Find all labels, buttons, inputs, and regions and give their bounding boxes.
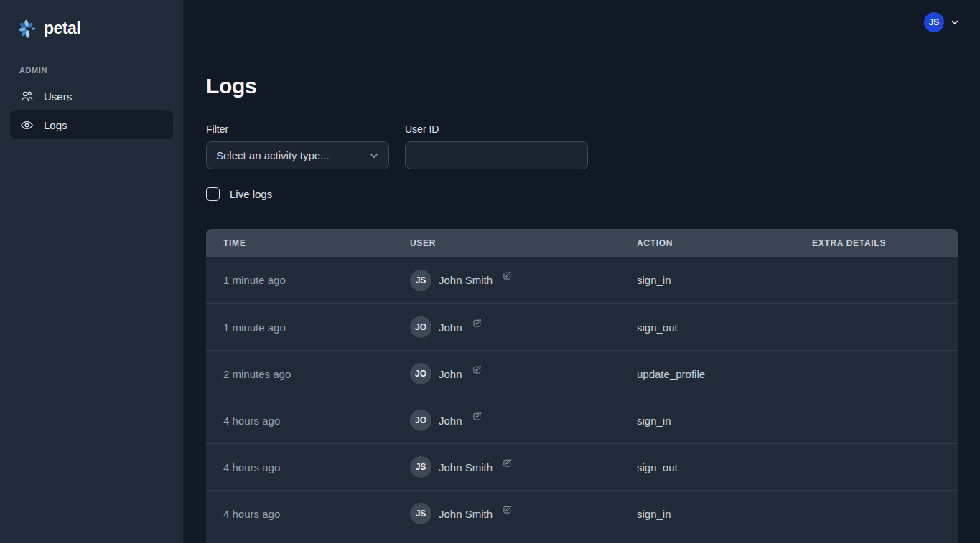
user-name: John <box>439 368 462 380</box>
logs-table: TimeUserActionExtra details 1 minute ago… <box>206 229 958 543</box>
column-header: Action <box>620 238 795 248</box>
log-action: sign_in <box>620 508 795 520</box>
live-logs-checkbox[interactable] <box>206 187 220 201</box>
select-placeholder: Select an activity type... <box>216 149 330 161</box>
log-time: 2 minutes ago <box>206 368 393 380</box>
content: Logs Filter Select an activity type... U… <box>183 44 980 543</box>
filter-label: Filter <box>206 123 389 135</box>
user-name: John <box>439 321 462 334</box>
column-header: Extra details <box>795 238 958 248</box>
log-user-cell: JS John Smith <box>393 456 620 478</box>
log-action: sign_in <box>620 274 795 286</box>
eye-icon <box>20 118 34 132</box>
log-user-cell: JS John Smith <box>393 270 620 291</box>
activity-type-select[interactable]: Select an activity type... <box>206 141 389 169</box>
user-id-input[interactable] <box>405 141 588 169</box>
brand-name: petal <box>44 19 80 38</box>
user-name: John <box>439 415 462 427</box>
table-row: 4 hours ago JS John Smith sign_in <box>206 490 958 537</box>
table-row-partial <box>206 537 958 543</box>
user-id-label: User ID <box>405 123 588 135</box>
brand[interactable]: petal <box>0 0 183 44</box>
log-action: sign_out <box>620 461 795 473</box>
chevron-down-icon[interactable] <box>951 18 959 27</box>
chevron-down-icon <box>369 151 379 161</box>
edit-user-icon[interactable] <box>472 318 482 328</box>
edit-user-icon[interactable] <box>503 458 512 468</box>
edit-user-icon[interactable] <box>503 505 512 514</box>
table-row: 1 minute ago JS John Smith sign_in <box>206 257 958 303</box>
user-avatar: JS <box>410 456 431 478</box>
filters: Filter Select an activity type... User I… <box>206 123 958 169</box>
log-time: 4 hours ago <box>206 461 393 473</box>
table-body: 1 minute ago JS John Smith sign_in 1 min… <box>206 257 958 543</box>
log-user-cell: JO John <box>393 363 620 384</box>
user-avatar: JS <box>410 503 431 524</box>
sidebar-section-label: ADMIN <box>19 66 183 75</box>
users-icon <box>20 90 34 103</box>
table-row: 4 hours ago JO John sign_in <box>206 397 958 443</box>
table-row: 4 hours ago JS John Smith sign_out <box>206 443 958 490</box>
edit-user-icon[interactable] <box>503 271 512 280</box>
user-name: John Smith <box>439 461 493 473</box>
sidebar-item-users[interactable]: Users <box>10 82 173 110</box>
live-logs-label: Live logs <box>230 188 272 200</box>
log-user-cell: JO John <box>393 316 620 338</box>
edit-user-icon[interactable] <box>472 365 482 374</box>
table-header-row: TimeUserActionExtra details <box>206 229 958 257</box>
column-header: Time <box>206 238 393 248</box>
log-user-cell: JO John <box>393 410 620 431</box>
table-row: 2 minutes ago JO John update_profile <box>206 350 958 397</box>
log-time: 1 minute ago <box>206 274 393 286</box>
user-avatar: JO <box>410 410 431 431</box>
user-avatar: JO <box>410 363 431 384</box>
log-time: 4 hours ago <box>206 508 393 520</box>
petal-logo-icon <box>17 19 37 39</box>
user-avatar: JO <box>410 316 431 338</box>
log-time: 1 minute ago <box>206 321 393 334</box>
sidebar-item-label: Users <box>44 90 72 103</box>
avatar[interactable]: JS <box>924 12 944 32</box>
sidebar: petal ADMIN Users Logs <box>0 0 183 543</box>
topbar: JS <box>183 0 980 44</box>
log-action: sign_in <box>620 415 795 427</box>
page-title: Logs <box>206 74 958 98</box>
log-action: update_profile <box>620 368 795 380</box>
user-name: John Smith <box>439 508 493 520</box>
log-time: 4 hours ago <box>206 415 393 427</box>
user-avatar: JS <box>410 270 431 291</box>
sidebar-item-logs[interactable]: Logs <box>10 110 173 139</box>
sidebar-item-label: Logs <box>44 119 67 131</box>
edit-user-icon[interactable] <box>472 412 482 421</box>
account-menu[interactable]: JS <box>924 12 959 32</box>
sidebar-nav: Users Logs <box>0 82 183 139</box>
table-row: 1 minute ago JO John sign_out <box>206 303 958 350</box>
log-user-cell: JS John Smith <box>393 503 620 524</box>
column-header: User <box>393 238 620 248</box>
log-action: sign_out <box>620 321 795 334</box>
user-name: John Smith <box>439 274 493 286</box>
live-logs-toggle[interactable]: Live logs <box>206 187 958 201</box>
